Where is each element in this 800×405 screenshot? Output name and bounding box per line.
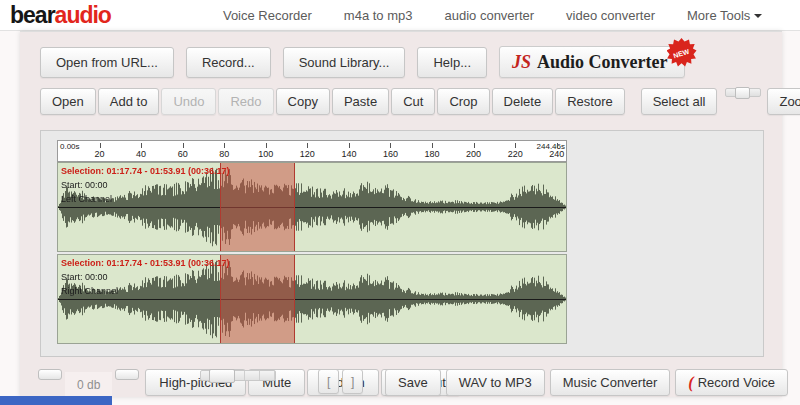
nav-m4a-to-mp3[interactable]: m4a to mp3	[344, 8, 413, 23]
nav-menu: Voice Recorder m4a to mp3 audio converte…	[223, 8, 762, 23]
js-audio-converter-label: Audio Converter	[537, 52, 667, 73]
selection-label: Selection: 01:17.74 - 01:53.91 (00:36.17…	[61, 167, 230, 176]
channel-name-label: Right Channel	[61, 287, 118, 296]
timeline-tick-label: 40	[136, 149, 146, 159]
timeline-tick	[266, 143, 267, 148]
right-channel-canvas[interactable]	[58, 255, 566, 343]
logo-text-bear: bear	[10, 2, 55, 28]
copy-button[interactable]: Copy	[276, 88, 330, 115]
left-channel-waveform[interactable]: Selection: 01:17.74 - 01:53.91 (00:36.17…	[58, 163, 566, 251]
nav-more-tools[interactable]: More Tools	[687, 8, 762, 23]
selection-region[interactable]	[220, 163, 295, 251]
timeline-tick-label: 80	[219, 149, 229, 159]
timeline-tick	[141, 143, 142, 148]
open-from-url-button[interactable]: Open from URL...	[40, 47, 174, 78]
timeline-tick	[390, 143, 391, 148]
timeline-tick	[557, 143, 558, 148]
chevron-down-icon	[754, 14, 762, 18]
playback-slider-handle[interactable]	[209, 369, 235, 383]
crop-button[interactable]: Crop	[437, 88, 489, 115]
paste-button[interactable]: Paste	[332, 88, 389, 115]
open-button[interactable]: Open	[40, 88, 96, 115]
start-time-label: Start: 00:00	[61, 181, 108, 190]
selection-region[interactable]	[220, 255, 295, 343]
footer-blue-strip	[0, 396, 112, 405]
nav-video-converter[interactable]: video converter	[566, 8, 655, 23]
timeline-tick-label: 200	[466, 149, 481, 159]
timeline-tick	[100, 143, 101, 148]
timeline-tick-label: 100	[258, 149, 273, 159]
redo-button: Redo	[218, 88, 273, 115]
record-voice-label: Record Voice	[698, 375, 775, 390]
timeline-tick-label: 160	[383, 149, 398, 159]
export-toolbar: [ ] Save WAV to MP3 Music Converter ( Re…	[200, 369, 788, 396]
timeline-tick-label: 20	[95, 149, 105, 159]
logo-text-audio: audio	[55, 2, 111, 28]
undo-button: Undo	[161, 88, 216, 115]
waveform-container: 0.00s 244.46s 20406080100120140160180200…	[40, 130, 764, 357]
record-button[interactable]: Record...	[186, 47, 271, 78]
timeline-tick-label: 220	[508, 149, 523, 159]
start-time-label: Start: 00:00	[61, 273, 108, 282]
bracket-close-button[interactable]: ]	[342, 369, 363, 394]
top-navbar: bearaudio Voice Recorder m4a to mp3 audi…	[0, 0, 800, 31]
right-channel-waveform[interactable]: Selection: 01:17.74 - 01:53.91 (00:36.17…	[58, 255, 566, 343]
cut-button[interactable]: Cut	[391, 88, 435, 115]
wav-to-mp3-button[interactable]: WAV to MP3	[446, 369, 545, 396]
new-badge-label: NEW	[673, 47, 691, 59]
timeline-tick-label: 180	[425, 149, 440, 159]
bearaudio-logo[interactable]: bearaudio	[10, 2, 111, 29]
timeline-tick-label: 60	[178, 149, 188, 159]
zoom-slider[interactable]	[725, 88, 761, 97]
channel-name-label: Left Channel	[61, 195, 112, 204]
volume-level-label: 0 db	[65, 372, 112, 398]
nav-more-tools-label: More Tools	[687, 8, 750, 23]
volume-slider-handle-right[interactable]	[115, 369, 139, 380]
timeline-tick	[432, 143, 433, 148]
timeline-tick	[183, 143, 184, 148]
left-channel-canvas[interactable]	[58, 163, 566, 251]
nav-audio-converter[interactable]: audio converter	[444, 8, 534, 23]
bracket-open-button[interactable]: [	[318, 369, 339, 394]
timeline-tick	[474, 143, 475, 148]
save-button[interactable]: Save	[385, 369, 441, 396]
volume-slider-handle-left[interactable]	[38, 369, 62, 380]
help-button[interactable]: Help...	[417, 47, 487, 78]
playback-slider[interactable]	[200, 370, 276, 381]
timeline-tick-label: 120	[300, 149, 315, 159]
zoom-slider-handle[interactable]	[735, 87, 750, 99]
music-converter-button[interactable]: Music Converter	[550, 369, 671, 396]
timeline-tick	[349, 143, 350, 148]
timeline: 0.00s 244.46s 20406080100120140160180200…	[58, 141, 566, 161]
file-toolbar: Open from URL... Record... Sound Library…	[40, 46, 685, 78]
js-audio-converter-link[interactable]: JS Audio Converter NEW	[499, 46, 685, 78]
select-all-button[interactable]: Select all	[641, 88, 718, 115]
timeline-start-label: 0.00s	[60, 142, 80, 151]
record-mic-icon: (	[688, 376, 693, 390]
timeline-tick-label: 140	[341, 149, 356, 159]
timeline-tick	[224, 143, 225, 148]
selection-label: Selection: 01:17.74 - 01:53.91 (00:36.17…	[61, 259, 230, 268]
page: bearaudio Voice Recorder m4a to mp3 audi…	[0, 0, 800, 405]
js-audio-converter-js: JS	[512, 52, 531, 73]
timeline-tick	[515, 143, 516, 148]
sound-library-button[interactable]: Sound Library...	[283, 47, 406, 78]
edit-toolbar: Open Add to Undo Redo Copy Paste Cut Cro…	[40, 88, 800, 115]
zoom-in-selection-button[interactable]: Zoom in Selection	[767, 88, 800, 115]
timeline-tick	[307, 143, 308, 148]
add-to-button[interactable]: Add to	[98, 88, 160, 115]
delete-button[interactable]: Delete	[492, 88, 554, 115]
nav-voice-recorder[interactable]: Voice Recorder	[223, 8, 312, 23]
record-voice-button[interactable]: ( Record Voice	[675, 369, 788, 396]
restore-button[interactable]: Restore	[555, 88, 625, 115]
timeline-tick-label: 240	[549, 149, 564, 159]
